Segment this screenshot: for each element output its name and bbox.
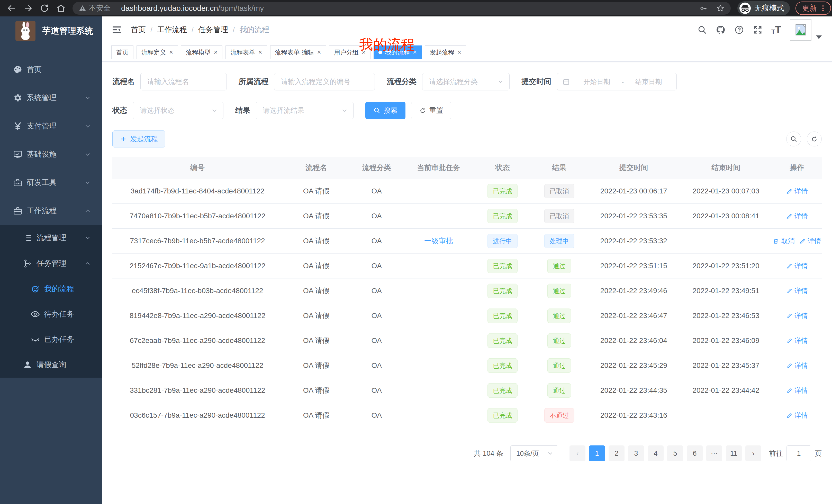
password-key-icon[interactable]	[699, 4, 707, 12]
sidebar-item-infrastructure[interactable]: 基础设施	[0, 140, 102, 169]
edit-icon	[786, 387, 792, 394]
cancel-link[interactable]: 取消	[773, 236, 795, 246]
create-process-button[interactable]: 发起流程	[112, 131, 165, 147]
result-select[interactable]: 请选择流结果	[256, 102, 354, 119]
page-button-2[interactable]: 2	[608, 445, 625, 461]
edit-icon	[786, 188, 792, 194]
cell-status: 已完成	[474, 408, 531, 423]
process-name-input[interactable]	[140, 73, 227, 90]
browser-update-button[interactable]: 更新	[796, 2, 831, 15]
next-page-button[interactable]: ›	[745, 445, 761, 461]
help-icon[interactable]	[734, 25, 744, 35]
sidebar-item-home[interactable]: 首页	[0, 55, 102, 84]
browser-back-icon[interactable]	[7, 3, 17, 13]
sidebar-item-workflow[interactable]: 工作流程	[0, 197, 102, 225]
current-task-link[interactable]: 一级审批	[424, 236, 453, 246]
owner-process-input[interactable]	[274, 73, 375, 90]
sidebar-item-task-management[interactable]: 任务管理	[0, 251, 102, 276]
tab-process-definition[interactable]: 流程定义×	[136, 46, 178, 59]
detail-link-label: 详情	[795, 261, 808, 271]
page-button-4[interactable]: 4	[648, 445, 664, 461]
sidebar-item-payment-management[interactable]: 支付管理	[0, 112, 102, 140]
breadcrumb-link[interactable]: 任务管理	[198, 25, 228, 35]
detail-link[interactable]: 详情	[786, 212, 808, 221]
browser-reload-icon[interactable]	[40, 3, 49, 13]
detail-link[interactable]: 详情	[799, 236, 821, 246]
sidebar-item-system-management[interactable]: 系统管理	[0, 84, 102, 112]
header-search-icon[interactable]	[697, 25, 707, 35]
page-size-value: 10条/页	[516, 449, 547, 458]
tab-process-form-edit[interactable]: 流程表单-编辑×	[270, 46, 326, 59]
detail-link[interactable]: 详情	[786, 336, 808, 345]
page-button-11[interactable]: 11	[726, 445, 742, 461]
goto-page-input[interactable]	[786, 445, 811, 461]
close-tab-icon[interactable]: ×	[317, 48, 321, 56]
show-search-button[interactable]	[786, 132, 801, 146]
avatar[interactable]	[790, 19, 811, 40]
page-size-select[interactable]: 10条/页	[510, 445, 558, 461]
sidebar-item-label: 基础设施	[27, 149, 57, 160]
sidebar-collapse-icon[interactable]	[111, 24, 122, 35]
page-button-1[interactable]: 1	[589, 445, 605, 461]
page-ellipsis[interactable]: ···	[706, 445, 722, 461]
cell-end-time: 2022-01-23 00:07:03	[680, 187, 772, 195]
close-tab-icon[interactable]: ×	[258, 48, 262, 56]
page-button-6[interactable]: 6	[687, 445, 703, 461]
tab-home[interactable]: 首页	[111, 46, 133, 59]
detail-link[interactable]: 详情	[786, 361, 808, 370]
detail-link-label: 详情	[795, 411, 808, 420]
close-tab-icon[interactable]: ×	[458, 48, 461, 56]
sidebar-item-done-tasks[interactable]: 已办任务	[0, 327, 102, 352]
sidebar-item-my-process[interactable]: 我的流程	[0, 276, 102, 302]
refresh-table-button[interactable]	[807, 132, 822, 146]
breadcrumb-link[interactable]: 工作流程	[157, 25, 187, 35]
detail-link[interactable]: 详情	[786, 311, 808, 320]
result-badge: 通过	[547, 259, 571, 273]
font-size-icon[interactable]: TT	[771, 24, 781, 35]
detail-link[interactable]: 详情	[786, 411, 808, 420]
tab-label: 流程模型	[186, 48, 211, 57]
detail-link[interactable]: 详情	[786, 261, 808, 271]
column-header: 操作	[772, 163, 822, 173]
sidebar-item-dev-tools[interactable]: 研发工具	[0, 169, 102, 197]
not-secure-icon[interactable]	[79, 4, 86, 12]
sidebar-item-leave-query[interactable]: 请假查询	[0, 352, 102, 377]
address-bar[interactable]: 不安全 dashboard.yudao.iocoder.cn/bpm/task/…	[73, 2, 731, 15]
bookmark-star-icon[interactable]	[716, 4, 725, 12]
sidebar-item-label: 系统管理	[27, 93, 57, 103]
sidebar-item-process-management[interactable]: 流程管理	[0, 225, 102, 251]
detail-link[interactable]: 详情	[786, 386, 808, 395]
detail-link[interactable]: 详情	[786, 187, 808, 196]
status-badge: 已完成	[488, 358, 518, 373]
search-button[interactable]: 搜索	[365, 102, 406, 119]
cell-process-id: 7317cec6-7b9b-11ec-b5b7-acde48001122	[112, 237, 283, 245]
cell-process-category: OA	[350, 386, 403, 395]
reset-button[interactable]: 重置	[411, 102, 451, 119]
sidebar-item-todo-tasks[interactable]: 待办任务	[0, 302, 102, 327]
process-table-body: 3ad174fb-7b9d-11ec-8404-acde48001122OA 请…	[112, 179, 822, 428]
browser-menu-icon[interactable]	[819, 4, 827, 12]
tab-start-process[interactable]: 发起流程×	[425, 46, 466, 59]
toolbar-row: 发起流程	[112, 131, 822, 147]
avatar-caret-down-icon[interactable]	[816, 35, 822, 39]
app-logo-row[interactable]: 芋道管理系统	[0, 17, 102, 45]
chevron-down-icon	[84, 179, 91, 186]
browser-home-icon[interactable]	[56, 3, 66, 13]
breadcrumb-link[interactable]: 首页	[131, 25, 146, 35]
fullscreen-icon[interactable]	[753, 25, 762, 35]
cell-process-id: 52ffd28e-7b9a-11ec-a290-acde48001122	[112, 361, 283, 370]
detail-link[interactable]: 详情	[786, 286, 808, 296]
category-select[interactable]: 请选择流程分类	[422, 73, 510, 90]
tab-process-model[interactable]: 流程模型×	[181, 46, 223, 59]
page-button-3[interactable]: 3	[628, 445, 644, 461]
tab-process-form[interactable]: 流程表单×	[226, 46, 267, 59]
submit-time-range-picker[interactable]: 开始日期 - 结束日期	[557, 73, 677, 90]
browser-forward-icon[interactable]	[23, 3, 33, 13]
close-tab-icon[interactable]: ×	[214, 48, 217, 56]
prev-page-button[interactable]: ‹	[570, 445, 586, 461]
yen-icon	[13, 121, 23, 131]
status-select[interactable]: 请选择状态	[133, 102, 224, 119]
page-button-5[interactable]: 5	[667, 445, 683, 461]
close-tab-icon[interactable]: ×	[169, 48, 173, 56]
github-icon[interactable]	[716, 25, 726, 35]
